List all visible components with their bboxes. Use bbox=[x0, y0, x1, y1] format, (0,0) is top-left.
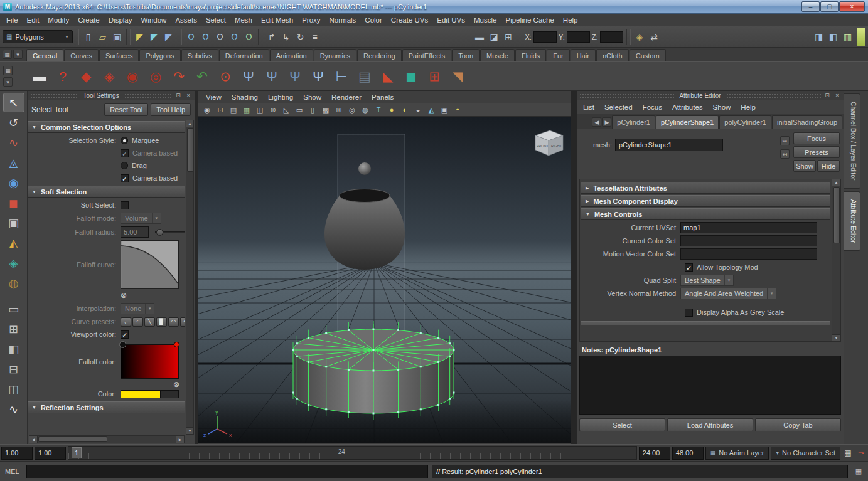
minimize-button[interactable]: – bbox=[801, 1, 820, 12]
script-editor-icon[interactable]: ▦ bbox=[852, 465, 865, 478]
gate-mask-icon[interactable]: ▩ bbox=[319, 104, 332, 115]
preset-crater-icon[interactable]: ◠ bbox=[168, 317, 179, 327]
section-clipped[interactable] bbox=[581, 321, 830, 325]
float-panel-icon[interactable]: ⊡ bbox=[823, 92, 831, 98]
shelf-tab-hair[interactable]: Hair bbox=[571, 49, 596, 61]
menu-item-window[interactable]: Window bbox=[136, 14, 171, 26]
tab-scroll-left-icon[interactable]: ◀ bbox=[592, 117, 601, 127]
xray-icon[interactable]: ◭ bbox=[425, 104, 437, 115]
lock-camera-icon[interactable]: ⊡ bbox=[214, 104, 227, 115]
select-component-icon[interactable]: ◤ bbox=[161, 29, 176, 45]
shelf-paint-icon[interactable]: ◣ bbox=[377, 66, 399, 87]
section-soft-selection[interactable]: ▼ Soft Selection bbox=[28, 186, 185, 198]
preset-hard-icon[interactable]: ▊ bbox=[156, 317, 167, 327]
new-scene-icon[interactable]: ▯ bbox=[81, 29, 95, 45]
safe-action-icon[interactable]: ◎ bbox=[346, 104, 358, 115]
shelf-tab-general[interactable]: General bbox=[26, 49, 63, 61]
persp-graph-layout-icon[interactable]: ⊟ bbox=[3, 359, 24, 379]
presets-button[interactable]: Presets bbox=[793, 146, 840, 158]
select-button[interactable]: Select bbox=[579, 418, 665, 431]
close-panel-icon[interactable]: × bbox=[833, 92, 841, 98]
falloff-mode-dropdown[interactable]: Volume ▼ bbox=[121, 213, 161, 224]
animation-end-field[interactable]: 48.00 bbox=[672, 447, 704, 460]
ae-menu-show[interactable]: Show bbox=[708, 103, 736, 111]
menu-item-modify[interactable]: Modify bbox=[43, 14, 73, 26]
menu-item-display[interactable]: Display bbox=[104, 14, 137, 26]
viewport-color-checkbox[interactable]: ✓ bbox=[121, 330, 129, 339]
viewport-canvas[interactable]: FRONT RIGHT y x z bbox=[198, 117, 571, 443]
menu-item-edit-mesh[interactable]: Edit Mesh bbox=[257, 14, 297, 26]
reset-tool-button[interactable]: Reset Tool bbox=[104, 103, 148, 116]
display-alpha-checkbox[interactable] bbox=[685, 309, 693, 317]
shelf-cube-icon[interactable]: ◼ bbox=[400, 66, 422, 87]
copy-tab-in-icon[interactable]: ↦ bbox=[780, 136, 790, 145]
show-button[interactable]: Show bbox=[793, 160, 816, 172]
shelf-overflow-icon[interactable]: ▾ bbox=[3, 77, 13, 87]
y-coordinate-input[interactable] bbox=[567, 31, 590, 43]
maximize-button[interactable]: ▢ bbox=[820, 1, 839, 12]
shelf-creature-c-icon[interactable]: ◉ bbox=[122, 66, 143, 87]
ae-menu-focus[interactable]: Focus bbox=[638, 103, 667, 111]
construction-history-icon[interactable]: ↻ bbox=[293, 29, 308, 45]
hide-button[interactable]: Hide bbox=[817, 160, 840, 172]
close-button[interactable]: × bbox=[839, 1, 865, 12]
move-tool-icon[interactable]: ◬ bbox=[3, 153, 24, 172]
pot-mesh[interactable] bbox=[324, 196, 405, 270]
occlusion-icon[interactable]: ◒ bbox=[412, 104, 424, 115]
render-settings-icon[interactable]: ⊞ bbox=[501, 29, 516, 45]
menu-item-muscle[interactable]: Muscle bbox=[469, 14, 501, 26]
ae-menu-list[interactable]: List bbox=[578, 103, 599, 111]
ae-menu-help[interactable]: Help bbox=[736, 103, 761, 111]
last-tool-used-icon[interactable]: ◍ bbox=[3, 273, 24, 293]
ae-tab-polycylinder1[interactable]: polyCylinder1 bbox=[719, 115, 771, 129]
resolution-gate-icon[interactable]: ▯ bbox=[306, 104, 319, 115]
image-plane-icon[interactable]: ◫ bbox=[254, 104, 266, 115]
select-camera-icon[interactable]: ◉ bbox=[201, 104, 213, 115]
color-swatch-track[interactable] bbox=[161, 390, 179, 398]
scrollbar-thumb[interactable] bbox=[187, 128, 193, 172]
select-object-icon[interactable]: ◤ bbox=[147, 29, 161, 45]
scroll-up-icon[interactable]: ▲ bbox=[832, 179, 840, 186]
2d-pan-zoom-icon[interactable]: ⊕ bbox=[267, 104, 279, 115]
menu-item-file[interactable]: File bbox=[2, 14, 23, 26]
close-panel-icon[interactable]: × bbox=[185, 92, 192, 98]
tool-settings-header[interactable]: Tool Settings ⊡ × bbox=[28, 91, 195, 100]
falloff-radius-field[interactable]: 5.00 bbox=[121, 226, 149, 238]
section-mesh-controls[interactable]: ▼ Mesh Controls bbox=[581, 208, 830, 220]
scroll-down-icon[interactable]: ▼ bbox=[832, 334, 840, 341]
marquee-radio[interactable] bbox=[121, 137, 128, 144]
menu-item-assets[interactable]: Assets bbox=[171, 14, 201, 26]
preset-linear-icon[interactable]: ╲ bbox=[144, 317, 155, 327]
shelf-tab-polygons[interactable]: Polygons bbox=[139, 49, 180, 61]
playback-options-icon[interactable]: ▦ bbox=[842, 447, 854, 459]
falloff-radius-slider[interactable] bbox=[155, 231, 186, 233]
textured-display-icon[interactable]: T bbox=[372, 104, 385, 115]
menu-item-edit[interactable]: Edit bbox=[23, 14, 44, 26]
viewport-menu-lighting[interactable]: Lighting bbox=[263, 91, 298, 103]
shelf-tab-fluids[interactable]: Fluids bbox=[515, 49, 546, 61]
shelf-editor-highlight[interactable] bbox=[857, 28, 865, 46]
shelf-tab-ncloth[interactable]: nCloth bbox=[596, 49, 629, 61]
shelf-menu-arrow-icon[interactable]: ▾ bbox=[13, 50, 23, 59]
command-language-label[interactable]: MEL bbox=[3, 468, 23, 475]
motion-vector-color-set-field[interactable] bbox=[680, 248, 817, 260]
hypershade-icon[interactable]: ◈ bbox=[633, 29, 647, 45]
shelf-help-icon[interactable]: ? bbox=[52, 66, 73, 87]
shelf-creature-a-icon[interactable]: ◆ bbox=[75, 66, 97, 87]
shelf-tab-toon[interactable]: Toon bbox=[452, 49, 480, 61]
drag-handle[interactable] bbox=[726, 93, 821, 98]
select-tool-icon[interactable]: ↖ bbox=[3, 93, 24, 112]
shelf-creature-b-icon[interactable]: ◈ bbox=[99, 66, 120, 87]
scrollbar-thumb[interactable] bbox=[38, 436, 107, 442]
notes-text-area[interactable] bbox=[579, 356, 841, 415]
shelf-creature-d-icon[interactable]: ◎ bbox=[145, 66, 166, 87]
section-mesh-component-display[interactable]: ▶ Mesh Component Display bbox=[581, 195, 830, 207]
shelf-tab-muscle[interactable]: Muscle bbox=[480, 49, 515, 61]
four-pane-layout-icon[interactable]: ⊞ bbox=[3, 319, 24, 339]
preset-medium-icon[interactable]: ◜ bbox=[132, 317, 143, 327]
scroll-left-icon[interactable]: ◀ bbox=[29, 436, 38, 443]
shelf-clapperboard-icon[interactable]: ▬ bbox=[29, 66, 50, 87]
shelf-redo-arrow-icon[interactable]: ↷ bbox=[168, 66, 190, 87]
falloff-curve-graph[interactable] bbox=[121, 240, 179, 289]
field-chart-icon[interactable]: ⊞ bbox=[333, 104, 345, 115]
